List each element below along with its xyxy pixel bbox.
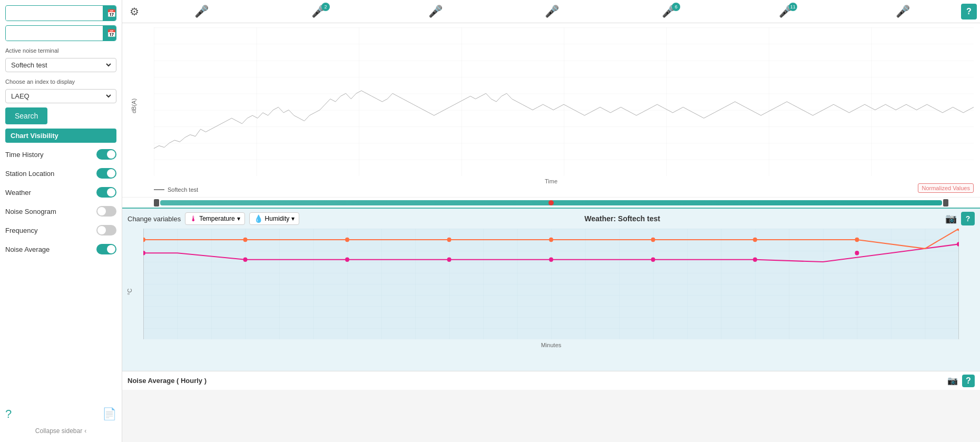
svg-point-38 xyxy=(753,238,757,242)
charts-area: dB(A) 100 90 80 70 60 50 40 30 xyxy=(122,23,980,442)
weather-chart-container: Change variables 🌡 Temperature ▾ 💧 Humid… xyxy=(122,208,980,371)
temperature-chevron-icon: ▾ xyxy=(237,215,240,222)
time-history-svg: 100 90 80 70 60 50 40 30 20 Oct 6, 2021 … xyxy=(154,27,974,176)
weather-toolbar: Change variables 🌡 Temperature ▾ 💧 Humid… xyxy=(122,209,980,229)
active-noise-select[interactable]: Softech test xyxy=(9,61,113,70)
toggle-frequency[interactable] xyxy=(96,225,116,235)
help-toolbar-button[interactable]: ? xyxy=(961,4,977,19)
noise-avg-label: Noise Average ( Hourly ) xyxy=(128,377,207,385)
mic-item-6[interactable]: 🎤 11 xyxy=(779,5,793,18)
mic-badge-2: 2 xyxy=(321,3,330,11)
main-content: ⚙ 🎤 🎤 2 🎤 🎤 🎤 6 xyxy=(122,0,980,442)
change-variables-label: Change variables xyxy=(128,215,181,223)
microphone-icon-7: 🎤 xyxy=(896,5,910,18)
nav-handle-left xyxy=(154,199,159,207)
svg-point-34 xyxy=(345,238,349,242)
weather-chart-svg: 18 16 14 12 10 8 6 4 2 0 100 90 80 70 60 xyxy=(143,229,959,339)
svg-point-25 xyxy=(345,258,349,262)
chart-navigator xyxy=(122,197,980,208)
svg-point-30 xyxy=(855,251,859,255)
svg-point-35 xyxy=(447,238,452,242)
svg-point-39 xyxy=(855,238,859,242)
humidity-icon: 💧 xyxy=(254,214,263,223)
svg-point-37 xyxy=(651,238,655,242)
mic-badge-6: 11 xyxy=(789,3,797,11)
svg-point-33 xyxy=(243,238,248,242)
collapse-chevron-icon: ‹ xyxy=(84,427,86,435)
nav-track[interactable] xyxy=(160,200,942,205)
legend-line-icon xyxy=(154,189,164,190)
noise-avg-icons: 📷 ? xyxy=(947,375,975,387)
toggle-label-station-location: Station Location xyxy=(5,170,54,178)
end-date-row: 10-07-2021 📅 xyxy=(5,25,116,41)
svg-point-29 xyxy=(753,258,757,262)
humidity-chevron-icon: ▾ xyxy=(291,215,295,222)
toggle-row-frequency: Frequency xyxy=(5,223,116,238)
search-button[interactable]: Search xyxy=(5,107,47,124)
weather-left-axis-label: °C xyxy=(126,289,133,295)
svg-rect-20 xyxy=(143,229,959,339)
collapse-sidebar-button[interactable]: Collapse sidebar ‹ xyxy=(5,427,116,437)
nav-handle-right xyxy=(943,199,948,207)
microphone-icon-1: 🎤 xyxy=(194,5,209,18)
chart-visibility-header: Chart Visibility xyxy=(5,129,116,143)
settings-button[interactable]: ⚙ xyxy=(125,3,143,20)
weather-camera-button[interactable]: 📷 xyxy=(945,213,957,224)
toggle-time-history[interactable] xyxy=(96,149,116,160)
x-axis-label-time: Time xyxy=(545,178,557,184)
weather-x-label: Minutes xyxy=(541,342,562,348)
toggle-noise-sonogram[interactable] xyxy=(96,206,116,217)
end-date-calendar-btn[interactable]: 📅 xyxy=(103,26,116,41)
microphone-icon-4: 🎤 xyxy=(545,5,559,18)
toggle-noise-average[interactable] xyxy=(96,244,116,254)
toggle-label-noise-sonogram: Noise Sonogram xyxy=(5,208,56,215)
temperature-select[interactable]: 🌡 Temperature ▾ xyxy=(185,212,244,225)
start-date-row: 10-01-2021 📅 xyxy=(5,5,116,21)
mic-item-1[interactable]: 🎤 xyxy=(194,5,209,18)
toggle-weather[interactable] xyxy=(96,187,116,198)
toggle-row-noise-sonogram: Noise Sonogram xyxy=(5,204,116,219)
svg-rect-0 xyxy=(154,27,974,176)
svg-point-26 xyxy=(447,258,452,262)
active-noise-label: Active noise terminal xyxy=(5,47,116,54)
legend-label: Softech test xyxy=(168,186,198,193)
mic-item-5[interactable]: 🎤 6 xyxy=(662,5,676,18)
index-label: Choose an index to display xyxy=(5,78,116,85)
collapse-label: Collapse sidebar xyxy=(35,427,82,435)
mic-item-7[interactable]: 🎤 xyxy=(896,5,910,18)
mic-section: 🎤 🎤 2 🎤 🎤 🎤 6 🎤 11 xyxy=(143,5,961,18)
toggle-row-station-location: Station Location xyxy=(5,166,116,181)
help-button[interactable]: ? xyxy=(5,407,12,421)
noise-avg-camera-button[interactable]: 📷 xyxy=(947,375,958,387)
toggle-label-time-history: Time History xyxy=(5,151,43,159)
temperature-icon: 🌡 xyxy=(190,214,197,223)
svg-point-36 xyxy=(549,238,553,242)
index-select[interactable]: LAEQ xyxy=(9,92,113,101)
weather-help-button[interactable]: ? xyxy=(961,212,975,225)
y-axis-label: dB(A) xyxy=(131,99,137,113)
mic-item-4[interactable]: 🎤 xyxy=(545,5,559,18)
weather-chart-area: °C xyxy=(122,229,980,355)
end-date-input[interactable]: 10-07-2021 xyxy=(6,26,103,41)
start-date-input[interactable]: 10-01-2021 xyxy=(6,6,103,21)
humidity-select[interactable]: 💧 Humidity ▾ xyxy=(249,212,300,225)
toggle-station-location[interactable] xyxy=(96,168,116,179)
mic-badge-5: 6 xyxy=(672,3,680,11)
nav-position-dot[interactable] xyxy=(548,200,554,205)
microphone-icon-3: 🎤 xyxy=(428,5,443,18)
noise-avg-help-button[interactable]: ? xyxy=(962,375,975,387)
sidebar: 10-01-2021 📅 10-07-2021 📅 Active noise t… xyxy=(0,0,122,442)
svg-point-27 xyxy=(549,258,553,262)
svg-point-28 xyxy=(651,258,655,262)
toggle-row-time-history: Time History xyxy=(5,147,116,162)
start-date-calendar-btn[interactable]: 📅 xyxy=(103,6,116,21)
temperature-label: Temperature xyxy=(199,215,234,222)
mic-item-2[interactable]: 🎤 2 xyxy=(311,5,326,18)
svg-point-24 xyxy=(243,258,248,262)
weather-chart-title: Weather: Softech test xyxy=(303,214,941,223)
mic-item-3[interactable]: 🎤 xyxy=(428,5,443,18)
toggle-label-noise-average: Noise Average xyxy=(5,245,50,253)
pdf-button[interactable]: 📄 xyxy=(102,407,116,421)
sidebar-bottom: ? 📄 xyxy=(5,407,116,421)
toolbar: ⚙ 🎤 🎤 2 🎤 🎤 🎤 6 xyxy=(122,0,980,23)
